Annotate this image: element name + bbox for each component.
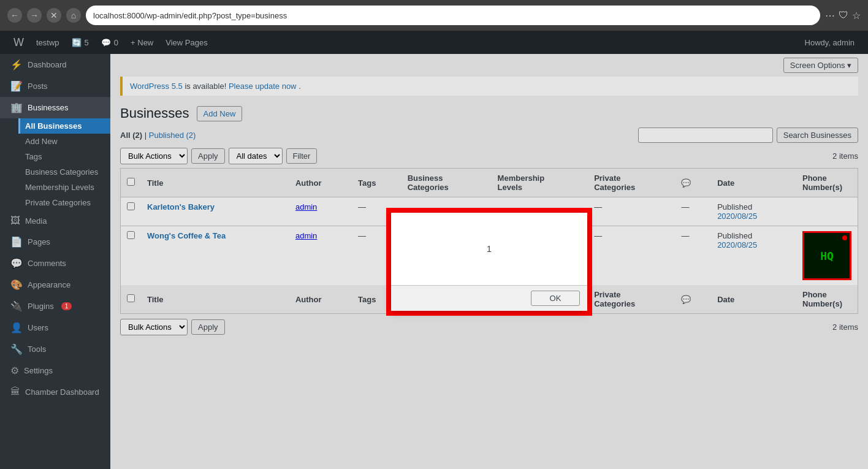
appearance-icon: 🎨 (10, 279, 23, 291)
sidebar-item-label: Pages (28, 237, 50, 246)
sidebar-item-settings[interactable]: ⚙ Settings (0, 360, 110, 381)
sidebar-item-chamber[interactable]: 🏛 Chamber Dashboard (0, 381, 110, 402)
modal-dialog: 1 OK (391, 213, 587, 311)
membership-levels-label: Membership Levels (25, 183, 94, 192)
close-button[interactable]: ✕ (47, 8, 61, 23)
modal-body: 1 (391, 213, 587, 285)
sidebar-item-posts[interactable]: 📝 Posts (0, 75, 110, 97)
sidebar-item-label: Media (25, 216, 47, 226)
sidebar-item-appearance[interactable]: 🎨 Appearance (0, 274, 110, 296)
sidebar-item-private-categories[interactable]: Private Categories (18, 195, 110, 210)
wp-logo-icon: W (13, 36, 24, 49)
businesses-submenu: All Businesses Add New Tags Business Cat… (0, 118, 110, 210)
sidebar-item-label: Businesses (28, 103, 68, 112)
sidebar-item-label: Appearance (28, 280, 70, 289)
dashboard-icon: ⚡ (10, 59, 23, 71)
modal-overlay: 1 OK (110, 54, 868, 469)
more-icon[interactable]: ⋯ (825, 10, 835, 21)
wp-layout: ⚡ Dashboard 📝 Posts 🏢 Businesses All Bus… (0, 54, 868, 469)
sidebar-item-add-new-biz[interactable]: Add New (18, 134, 110, 149)
add-new-biz-label: Add New (25, 137, 58, 146)
new-content-item[interactable]: + New (124, 31, 159, 54)
media-icon: 🖼 (10, 215, 20, 226)
comments-admin-icon: 💬 (101, 38, 111, 47)
updates-item[interactable]: 🔄 5 (66, 31, 95, 54)
shield-icon: 🛡 (839, 10, 848, 21)
modal-ok-button[interactable]: OK (531, 291, 580, 306)
comments-item[interactable]: 💬 0 (95, 31, 124, 54)
tags-label: Tags (25, 152, 42, 161)
sidebar-item-membership-levels[interactable]: Membership Levels (18, 180, 110, 195)
new-content-label: + New (131, 38, 153, 47)
address-bar[interactable]: localhost:8000/wp-admin/edit.php?post_ty… (86, 6, 820, 25)
howdy-text: Howdy, admin (799, 38, 861, 47)
address-text: localhost:8000/wp-admin/edit.php?post_ty… (93, 11, 287, 20)
modal-border: 1 OK (386, 208, 592, 316)
site-name-item[interactable]: testwp (30, 31, 66, 54)
browser-toolbar-icons: ⋯ 🛡 ☆ (825, 10, 861, 21)
users-icon: 👤 (10, 322, 23, 334)
wp-main: Screen Options ▾ WordPress 5.5 is availa… (110, 54, 868, 469)
sidebar-item-label: Dashboard (28, 60, 67, 69)
wp-logo-item[interactable]: W (7, 31, 30, 54)
sidebar-item-pages[interactable]: 📄 Pages (0, 231, 110, 253)
sidebar-item-label: Users (28, 323, 48, 332)
all-businesses-label: All Businesses (25, 121, 82, 131)
sidebar-item-dashboard[interactable]: ⚡ Dashboard (0, 54, 110, 75)
business-categories-label: Business Categories (25, 167, 98, 177)
updates-count: 5 (85, 38, 89, 47)
wp-admin-bar: W testwp 🔄 5 💬 0 + New View Pages Howdy,… (0, 31, 868, 54)
businesses-icon: 🏢 (10, 102, 23, 113)
sidebar-item-tags[interactable]: Tags (18, 149, 110, 164)
bookmark-icon[interactable]: ☆ (852, 10, 861, 21)
comments-count: 0 (114, 38, 118, 47)
view-pages-label: View Pages (166, 38, 207, 47)
sidebar-item-media[interactable]: 🖼 Media (0, 210, 110, 231)
view-pages-item[interactable]: View Pages (159, 31, 213, 54)
chamber-icon: 🏛 (10, 386, 20, 397)
updates-icon: 🔄 (72, 38, 82, 47)
plugins-icon: 🔌 (10, 300, 23, 312)
comments-icon: 💬 (10, 257, 23, 269)
sidebar-item-comments[interactable]: 💬 Comments (0, 253, 110, 274)
sidebar-item-label: Comments (28, 259, 66, 268)
forward-button[interactable]: → (27, 8, 42, 23)
sidebar-item-all-businesses[interactable]: All Businesses (18, 118, 110, 134)
site-name-text: testwp (36, 38, 59, 47)
plugins-badge: 1 (61, 302, 72, 310)
browser-chrome: ← → ✕ ⌂ localhost:8000/wp-admin/edit.php… (0, 0, 868, 31)
private-categories-label: Private Categories (25, 198, 91, 207)
pages-icon: 📄 (10, 236, 23, 248)
settings-icon: ⚙ (10, 365, 19, 376)
wp-sidebar: ⚡ Dashboard 📝 Posts 🏢 Businesses All Bus… (0, 54, 110, 469)
back-button[interactable]: ← (7, 8, 22, 23)
tools-icon: 🔧 (10, 343, 23, 355)
sidebar-item-label: Chamber Dashboard (25, 387, 99, 397)
sidebar-item-label: Settings (24, 366, 53, 375)
sidebar-item-label: Plugins (28, 302, 54, 311)
home-button[interactable]: ⌂ (66, 8, 81, 23)
sidebar-item-users[interactable]: 👤 Users (0, 317, 110, 338)
sidebar-item-label: Tools (28, 345, 46, 354)
sidebar-item-label: Posts (28, 82, 48, 91)
sidebar-item-plugins[interactable]: 🔌 Plugins 1 (0, 296, 110, 317)
sidebar-item-businesses[interactable]: 🏢 Businesses (0, 97, 110, 118)
modal-value: 1 (487, 244, 492, 254)
sidebar-item-tools[interactable]: 🔧 Tools (0, 338, 110, 360)
modal-footer: OK (391, 285, 587, 311)
sidebar-item-business-categories[interactable]: Business Categories (18, 164, 110, 180)
posts-icon: 📝 (10, 80, 23, 92)
